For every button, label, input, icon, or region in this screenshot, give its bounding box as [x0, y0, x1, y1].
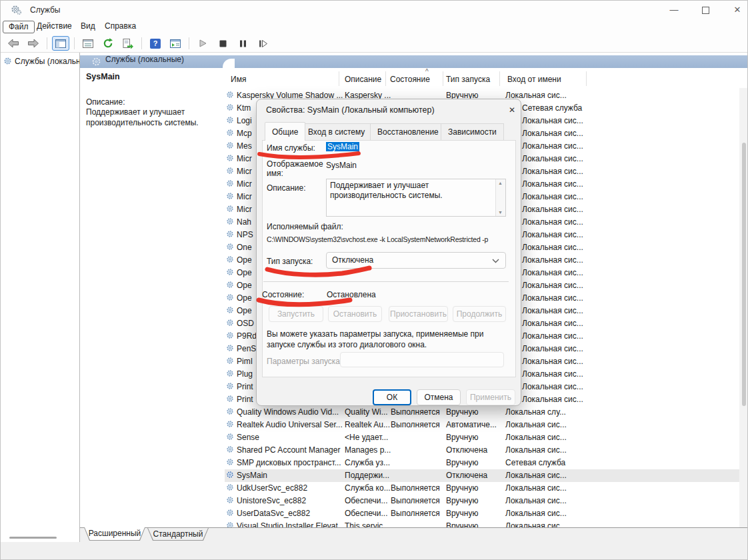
- extended-view-icon[interactable]: [167, 36, 184, 51]
- snapin-title: Службы (локальные): [105, 55, 184, 64]
- forward-icon[interactable]: [25, 36, 42, 51]
- description-textbox[interactable]: Поддерживает и улучшает производительнос…: [326, 179, 506, 217]
- service-row[interactable]: Quality Windows Audio Vid... Quality Wi.…: [225, 406, 748, 419]
- ok-button[interactable]: ОК: [373, 389, 411, 405]
- service-description: Realtek Au...: [345, 420, 390, 429]
- pause-service-icon[interactable]: [234, 36, 251, 51]
- properties-window-icon[interactable]: [79, 36, 97, 51]
- column-divider[interactable]: [339, 71, 339, 86]
- service-startup-type: Отключена: [446, 445, 487, 455]
- back-icon[interactable]: [5, 36, 22, 51]
- service-logon-as: Локальная сис...: [522, 268, 583, 277]
- scrollbar-thumb[interactable]: [742, 143, 746, 406]
- status-value: Остановлена: [327, 290, 376, 299]
- service-logon-as: Локальная сис...: [505, 433, 567, 442]
- restart-service-icon[interactable]: [254, 36, 271, 51]
- service-row[interactable]: UnistoreSvc_ec882 Обеспечи... Выполняетс…: [225, 495, 748, 507]
- tab-extended-view[interactable]: Расширенный: [84, 527, 145, 541]
- service-description: Обеспечи...: [345, 496, 387, 505]
- gear-icon: [226, 293, 234, 303]
- service-row[interactable]: SMP дисковых пространст... Служба уз... …: [225, 457, 748, 469]
- column-header-description[interactable]: Описание: [345, 75, 381, 84]
- service-name: SysMain: [237, 471, 267, 480]
- service-name: OSD: [237, 319, 254, 328]
- gear-icon: [226, 192, 234, 202]
- service-name: P9Rd: [237, 331, 257, 341]
- service-startup-type: Автоматиче...: [446, 420, 497, 429]
- service-name: Shared PC Account Manager: [237, 445, 340, 455]
- refresh-icon[interactable]: [99, 36, 117, 51]
- start-button[interactable]: Запустить: [269, 306, 323, 322]
- service-row[interactable]: UserDataSvc_ec882 Обеспечи... Выполняетс…: [225, 507, 748, 520]
- menu-file[interactable]: Файл: [3, 21, 35, 33]
- startup-type-label: Тип запуска:: [267, 257, 313, 266]
- menu-bar: Файл Действие Вид Справка: [1, 19, 748, 35]
- menu-action[interactable]: Действие: [31, 21, 77, 32]
- tab-recovery[interactable]: Восстановление: [370, 123, 446, 140]
- selected-service-name: SysMain: [86, 72, 219, 81]
- tab-logon[interactable]: Вход в систему: [301, 123, 372, 140]
- close-button[interactable]: ✕: [727, 3, 747, 17]
- show-console-tree-icon[interactable]: [52, 36, 69, 51]
- menu-help[interactable]: Справка: [99, 21, 141, 32]
- tree-horizontal-scrollbar[interactable]: [9, 537, 57, 539]
- maximize-button[interactable]: [695, 3, 715, 17]
- service-status: Выполняется: [391, 407, 440, 417]
- gear-icon: [226, 141, 234, 151]
- display-name-value: SysMain: [326, 161, 357, 170]
- service-logon-as: Локальная сис...: [522, 255, 583, 265]
- startup-type-dropdown[interactable]: Отключена: [326, 252, 506, 269]
- list-header: ^ Имя Описание Состояние Тип запуска Вхо…: [225, 70, 748, 87]
- service-row[interactable]: SysMain Поддержи... Отключена Локальная …: [225, 469, 748, 482]
- console-tree-panel: Службы (локальные): [1, 53, 80, 542]
- service-row[interactable]: Realtek Audio Universal Ser... Realtek A…: [225, 419, 748, 431]
- column-divider[interactable]: [499, 71, 500, 86]
- minimize-button[interactable]: —: [664, 3, 684, 17]
- pause-button[interactable]: Приостановить: [389, 306, 448, 322]
- tree-root-services[interactable]: Службы (локальные): [3, 57, 80, 68]
- resume-button[interactable]: Продолжить: [453, 306, 506, 322]
- tab-standard-view[interactable]: Стандартный: [147, 528, 209, 541]
- column-divider[interactable]: [385, 71, 386, 86]
- cancel-button[interactable]: Отмена: [417, 389, 461, 405]
- column-divider[interactable]: [443, 71, 443, 86]
- textbox-scrollbar[interactable]: ▲ ▼: [495, 179, 505, 216]
- menu-view[interactable]: Вид: [75, 21, 101, 32]
- column-header-startup-type[interactable]: Тип запуска: [446, 75, 490, 84]
- service-name: Print: [237, 382, 253, 391]
- service-name: Ope: [237, 268, 252, 277]
- service-logon-as: Локальная сис...: [505, 509, 567, 518]
- service-row[interactable]: UdkUserSvc_ec882 Служба ко... Выполняетс…: [225, 482, 748, 495]
- service-name: Ktm: [237, 103, 251, 113]
- startup-params-input[interactable]: [340, 352, 504, 367]
- column-header-status[interactable]: Состояние: [390, 75, 430, 84]
- gear-icon: [226, 483, 234, 493]
- apply-button[interactable]: Применить: [466, 389, 515, 405]
- tab-general[interactable]: Общие: [265, 122, 305, 141]
- column-header-logon-as[interactable]: Вход от имени: [507, 75, 561, 84]
- list-vertical-scrollbar[interactable]: [739, 88, 748, 527]
- service-logon-as: Локальная сис...: [505, 445, 567, 455]
- service-name-value-selected[interactable]: SysMain: [326, 142, 359, 151]
- view-tabs-strip: Расширенный Стандартный: [80, 527, 748, 542]
- tab-dependencies[interactable]: Зависимости: [441, 123, 504, 140]
- stop-button[interactable]: Остановить: [328, 306, 382, 322]
- export-list-icon[interactable]: [119, 36, 137, 51]
- service-row[interactable]: Shared PC Account Manager Manages p... О…: [225, 444, 748, 457]
- service-logon-as: Сетевая служба: [505, 458, 565, 467]
- help-icon[interactable]: ?: [147, 36, 164, 51]
- service-logon-as: Локальная сис...: [522, 357, 583, 366]
- scroll-up-icon[interactable]: ▲: [498, 181, 503, 185]
- start-service-icon[interactable]: [194, 36, 211, 51]
- dialog-close-icon[interactable]: ✕: [506, 104, 518, 116]
- service-name: Micr: [237, 205, 252, 214]
- description-label: Описание:: [267, 183, 306, 193]
- column-divider[interactable]: [586, 71, 587, 86]
- stop-service-icon[interactable]: [214, 36, 231, 51]
- gear-icon: [226, 407, 234, 417]
- service-logon-as: Локальная сис...: [522, 306, 583, 315]
- column-header-name[interactable]: Имя: [231, 75, 246, 84]
- scroll-down-icon[interactable]: ▼: [498, 210, 503, 215]
- service-row[interactable]: Sense <Не удает... Вручную Локальная сис…: [225, 431, 748, 444]
- service-status: Выполняется: [391, 483, 440, 493]
